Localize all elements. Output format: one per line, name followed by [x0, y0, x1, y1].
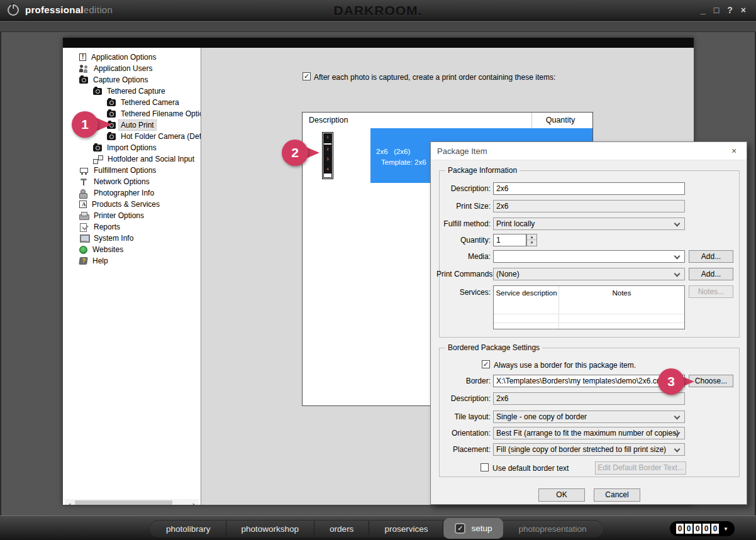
close-button[interactable]: × — [741, 5, 746, 15]
cancel-button[interactable]: Cancel — [594, 488, 640, 502]
package-item-title: 2x6 (2x6) — [376, 148, 410, 155]
scrollbar-thumb[interactable] — [75, 500, 172, 505]
nav-setup[interactable]: ✓ setup — [443, 518, 503, 539]
maximize-button[interactable]: □ — [714, 5, 719, 15]
fulfill-method-dropdown[interactable]: Print locally — [493, 218, 685, 230]
description-label: Description: — [436, 182, 491, 195]
help-button[interactable]: ? — [727, 5, 733, 15]
camera-icon — [93, 145, 102, 152]
description-field[interactable]: 2x6 — [493, 182, 685, 195]
printer-icon — [79, 212, 89, 220]
reports-icon — [79, 223, 89, 231]
camera-icon — [79, 77, 88, 84]
choose-border-button[interactable]: Choose... — [689, 375, 733, 387]
minimize-button[interactable]: _ — [701, 5, 706, 15]
tree-item-system-info[interactable]: System Info — [63, 233, 201, 244]
fulfill-method-label: Fulfill method: — [436, 218, 491, 230]
orientation-label: Orientation: — [436, 427, 491, 439]
ok-button[interactable]: OK — [538, 488, 585, 502]
tree-item-capture-options[interactable]: Capture Options — [63, 74, 201, 85]
services-table[interactable]: Service description Notes — [493, 285, 685, 329]
tree-item-help[interactable]: Help — [63, 255, 201, 267]
media-dropdown[interactable] — [493, 250, 685, 263]
package-information-label: Package Information — [445, 166, 520, 175]
quantity-field[interactable]: 1 — [493, 234, 526, 246]
camera-icon — [107, 99, 116, 106]
quantity-down-button[interactable]: ▼ — [527, 240, 536, 246]
services-label: Services: — [436, 286, 491, 299]
callout-3: 3 — [658, 368, 684, 395]
use-default-border-text-label: Use default border text — [492, 464, 569, 473]
tree-item-network-options[interactable]: Network Options — [63, 176, 201, 187]
nav-orders[interactable]: orders — [314, 521, 369, 537]
application-options-icon — [79, 53, 86, 61]
module-nav: photolibrary photoworkshop orders proser… — [150, 520, 603, 537]
camera-icon — [93, 88, 102, 95]
border-description-label: Description: — [436, 392, 491, 405]
counter-dropdown-icon[interactable]: ▼ — [723, 526, 728, 532]
orientation-dropdown[interactable]: Best Fit (arrange to fit the maximum num… — [493, 427, 685, 439]
auto-print-checkbox[interactable]: ✓ — [303, 72, 311, 80]
media-add-button[interactable]: Add... — [689, 250, 733, 263]
network-icon — [79, 178, 89, 186]
tree-item-printer-options[interactable]: Printer Options — [63, 210, 201, 221]
tree-item-tethered-capture[interactable]: Tethered Capture — [63, 85, 201, 97]
photo-counter[interactable]: 0 0 0 0 0 ▼ — [670, 521, 735, 536]
scroll-right-icon[interactable]: › — [189, 499, 199, 505]
tree-item-hotfolder-social-input[interactable]: Hotfolder and Social Input — [63, 153, 201, 165]
services-row-line — [494, 322, 684, 323]
application-users-icon — [79, 65, 89, 73]
tree-horizontal-scrollbar[interactable]: ‹ › — [65, 499, 199, 505]
tree-item-tethered-camera[interactable]: Tethered Camera — [63, 97, 201, 108]
border-description-field: 2x6 — [493, 392, 685, 405]
use-default-border-text-checkbox[interactable] — [481, 463, 489, 471]
package-item-subtitle: Template: 2x6 — [381, 158, 426, 166]
bottom-bar: photolibrary photoworkshop orders proser… — [0, 515, 756, 540]
tree-item-websites[interactable]: Websites — [63, 244, 201, 255]
package-item-dialog: Package Item × Package Information Descr… — [430, 141, 747, 505]
camera-icon — [107, 133, 116, 140]
always-border-label: Always use a border for this package ite… — [494, 361, 636, 370]
tree-item-import-options[interactable]: Import Options — [63, 142, 201, 153]
photographer-icon — [79, 189, 89, 197]
title-bar: professionaledition DARKROOM. _ □ ? × — [0, 0, 756, 21]
nav-photoworkshop[interactable]: photoworkshop — [226, 521, 315, 537]
print-commands-add-button[interactable]: Add... — [689, 268, 733, 280]
dialog-title: Package Item — [431, 142, 747, 160]
border-label: Border: — [436, 375, 491, 387]
package-item-thumbnail[interactable]: 1 2 3 4 — [322, 132, 333, 179]
tree-item-application-users[interactable]: Application Users — [63, 63, 201, 74]
chevron-down-icon — [674, 414, 681, 420]
chevron-down-icon — [674, 253, 681, 260]
notes-column: Notes — [559, 286, 684, 297]
callout-1: 1 — [72, 111, 98, 138]
scroll-left-icon[interactable]: ‹ — [65, 499, 75, 505]
print-commands-dropdown[interactable]: (None) — [493, 268, 685, 280]
print-size-field: 2x6 — [493, 200, 685, 212]
chevron-down-icon — [674, 271, 681, 277]
quantity-up-button[interactable]: ▲ — [527, 234, 536, 240]
tree-item-products-services[interactable]: Products & Services — [63, 199, 201, 210]
tile-layout-dropdown[interactable]: Single - one copy of border — [493, 411, 685, 423]
tree-item-application-options[interactable]: Application Options — [63, 52, 201, 63]
thumb-separator — [324, 143, 331, 145]
camera-icon — [107, 111, 116, 118]
placement-dropdown[interactable]: Fill (single copy of border stretched to… — [493, 443, 685, 456]
always-border-checkbox[interactable]: ✓ — [482, 360, 490, 368]
chevron-down-icon — [674, 446, 681, 453]
tree-item-photographer-info[interactable]: Photographer Info — [63, 187, 201, 199]
notes-button: Notes... — [689, 285, 733, 298]
auto-print-checkbox-label: After each photo is captured, create a p… — [314, 73, 555, 82]
border-path-field[interactable]: X:\Templates\Borders\my templates\demo\2… — [493, 375, 685, 387]
nav-photolibrary[interactable]: photolibrary — [151, 521, 226, 537]
dialog-close-icon[interactable]: × — [728, 142, 740, 160]
panel-header-bar — [63, 38, 694, 48]
nav-proservices[interactable]: proservices — [369, 521, 443, 537]
websites-icon — [79, 246, 87, 254]
quantity-label: Quantity: — [436, 234, 491, 246]
tree-item-fulfillment-options[interactable]: Fulfillment Options — [63, 165, 201, 176]
list-header: Description Quantity — [303, 113, 592, 128]
nav-photopresentation[interactable]: photopresentation — [503, 521, 601, 537]
media-label: Media: — [436, 250, 491, 263]
tree-item-reports[interactable]: Reports — [63, 221, 201, 233]
